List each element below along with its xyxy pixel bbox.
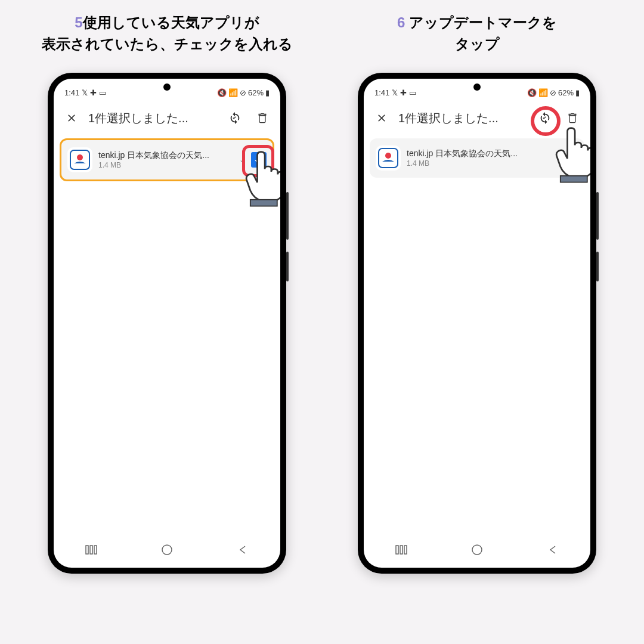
battery-icon: ▮ [575,88,580,97]
photo-icon: ▭ [409,88,416,97]
app-name: tenki.jp 日本気象協会の天気... [98,150,233,161]
wifi-icon: 📶 [538,88,548,97]
app-name: tenki.jp 日本気象協会の天気... [407,148,566,159]
wifi-icon: 📶 [228,88,238,97]
phone-power-button [596,252,599,281]
nav-home-button[interactable] [149,544,185,556]
app-bar-title: 1件選択しました... [88,110,218,126]
update-button[interactable] [224,107,246,129]
battery-icon: ▮ [265,88,270,97]
photo-icon: ▭ [99,88,106,97]
hand-pointer-icon [239,150,280,210]
svg-point-8 [385,153,391,159]
svg-rect-10 [396,546,398,554]
status-right: 🔇 📶 ⊘ 62% ▮ [527,88,580,97]
svg-rect-12 [404,546,407,554]
navigation-bar [54,538,280,562]
status-left: 1:41 𝕏 ✚ ▭ [64,88,106,97]
step-6-container: 6 アップデートマークを タップ 1:41 𝕏 ✚ ▭ 🔇 📶 ⊘ 62% ▮ [337,12,617,632]
x-icon: 𝕏 [392,88,398,97]
svg-point-1 [77,154,83,160]
step-6-title: 6 アップデートマークを タップ [397,12,557,55]
app-bar-title: 1件選択しました... [398,110,528,126]
svg-rect-4 [90,546,92,554]
plus-icon: ✚ [400,88,407,97]
no-sim-icon: ⊘ [240,88,246,97]
phone-volume-button [286,192,289,240]
phone-frame: 1:41 𝕏 ✚ ▭ 🔇 📶 ⊘ 62% ▮ 1件選択しました... [48,73,286,574]
svg-rect-2 [250,200,277,206]
step-5-container: 5使用している天気アプリが 表示されていたら、チェックを入れる 1:41 𝕏 ✚… [27,12,307,632]
phone-camera [473,83,481,91]
svg-point-6 [162,545,172,555]
close-button[interactable] [61,107,82,129]
app-icon [67,147,92,172]
phone-screen: 1:41 𝕏 ✚ ▭ 🔇 📶 ⊘ 62% ▮ 1件選択しました... [364,79,590,568]
svg-rect-3 [86,546,88,554]
phone-volume-button [596,192,599,240]
nav-back-button[interactable] [535,545,571,555]
trash-button[interactable] [252,107,273,129]
nav-home-button[interactable] [459,544,495,556]
svg-rect-11 [400,546,402,554]
step-number: 5 [75,14,82,30]
phone-screen: 1:41 𝕏 ✚ ▭ 🔇 📶 ⊘ 62% ▮ 1件選択しました... [54,79,280,568]
status-time: 1:41 [374,88,389,97]
nav-recent-button[interactable] [73,544,109,555]
trash-button[interactable] [562,107,583,129]
hand-pointer-icon [549,126,590,186]
phone-camera [163,83,171,91]
app-icon [376,145,401,171]
app-size: 1.4 MB [407,159,566,168]
mute-icon: 🔇 [527,88,537,97]
app-size: 1.4 MB [98,161,233,169]
app-info: tenki.jp 日本気象協会の天気... 1.4 MB [98,150,233,169]
step-5-title: 5使用している天気アプリが 表示されていたら、チェックを入れる [42,12,293,55]
phone-frame: 1:41 𝕏 ✚ ▭ 🔇 📶 ⊘ 62% ▮ 1件選択しました... [358,73,596,574]
no-sim-icon: ⊘ [550,88,556,97]
status-right: 🔇 📶 ⊘ 62% ▮ [217,88,270,97]
svg-point-13 [472,545,482,555]
step-number: 6 [397,14,405,30]
update-button[interactable] [534,107,556,129]
mute-icon: 🔇 [217,88,227,97]
nav-back-button[interactable] [225,545,261,555]
phone-power-button [286,252,289,281]
status-left: 1:41 𝕏 ✚ ▭ [374,88,416,97]
app-bar: 1件選択しました... [54,101,280,135]
nav-recent-button[interactable] [383,544,419,555]
x-icon: 𝕏 [82,88,88,97]
svg-rect-9 [561,176,587,182]
battery-text: 62% [558,88,574,97]
plus-icon: ✚ [90,88,97,97]
battery-text: 62% [248,88,264,97]
close-button[interactable] [371,107,392,129]
navigation-bar [364,538,590,562]
app-info: tenki.jp 日本気象協会の天気... 1.4 MB [407,148,566,168]
svg-rect-5 [94,546,97,554]
status-time: 1:41 [64,88,79,97]
